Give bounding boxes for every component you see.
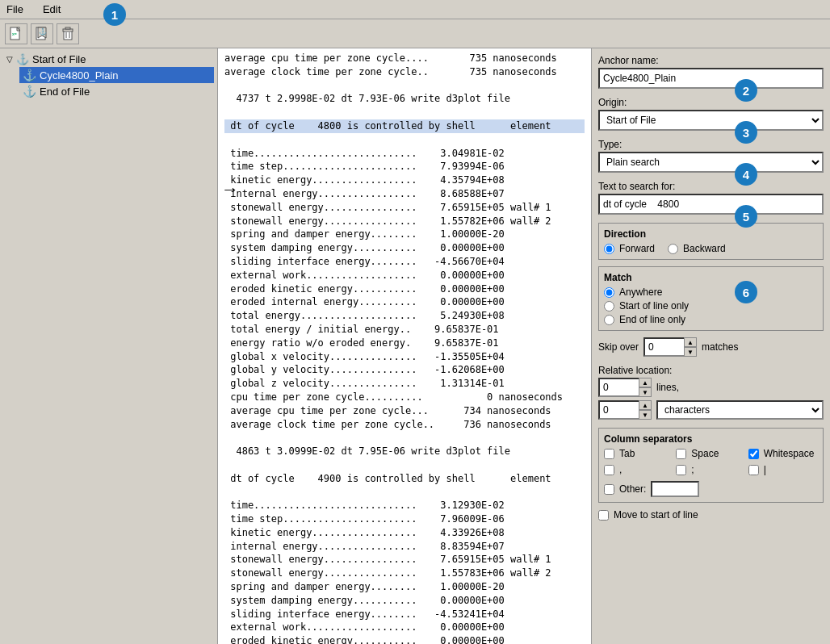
search-text-input[interactable] xyxy=(598,194,824,215)
skip-over-label: Skip over xyxy=(598,341,639,353)
col-pipe-check[interactable] xyxy=(748,465,759,475)
bookmark-button[interactable]: ⚓ xyxy=(31,23,53,44)
origin-select[interactable]: Start of File End of File xyxy=(598,110,824,131)
match-anywhere-radio[interactable] xyxy=(604,287,614,298)
new-button[interactable]: x= xyxy=(5,23,27,44)
col-whitespace-check[interactable] xyxy=(748,449,759,459)
lines-down-btn[interactable]: ▼ xyxy=(639,387,652,397)
tree-item-end-label: End of File xyxy=(40,86,90,98)
lines-suffix: lines, xyxy=(656,382,679,393)
move-to-start-label[interactable]: Move to start of line xyxy=(598,509,824,521)
direction-forward-label[interactable]: Forward xyxy=(604,243,655,254)
lines-input[interactable] xyxy=(598,378,639,397)
right-panel: Anchor name: Origin: Start of File End o… xyxy=(592,48,830,644)
tree-root-label[interactable]: Start of File xyxy=(32,53,86,65)
skip-up-btn[interactable]: ▲ xyxy=(684,337,697,347)
tree-item-end-of-file[interactable]: ⚓ End of File xyxy=(19,83,214,99)
skip-over-suffix: matches xyxy=(702,341,738,353)
svg-rect-8 xyxy=(65,27,70,29)
svg-text:x=: x= xyxy=(12,31,17,36)
match-section: Match Anywhere Start of line only End of… xyxy=(598,266,824,331)
chars-up-btn[interactable]: ▲ xyxy=(639,400,652,410)
origin-group: Origin: Start of File End of File xyxy=(598,97,824,131)
tree-panel: ▽ ⚓ Start of File ⚓ Cycle4800_Plain ⚓ En… xyxy=(0,48,218,644)
skip-over-input[interactable] xyxy=(643,337,684,357)
match-label: Match xyxy=(604,272,818,283)
move-to-start-check[interactable] xyxy=(598,510,609,521)
direction-backward-label[interactable]: Backward xyxy=(668,243,726,254)
search-text-group: Text to search for: xyxy=(598,181,824,215)
type-group: Type: Plain search Regular expression He… xyxy=(598,139,824,173)
match-start-radio[interactable] xyxy=(604,301,614,312)
match-start-label[interactable]: Start of line only xyxy=(604,300,818,312)
badge-5: 5 xyxy=(735,205,757,228)
delete-button[interactable] xyxy=(57,23,79,44)
origin-label: Origin: xyxy=(598,97,824,108)
direction-section: Direction Forward Backward xyxy=(598,223,824,260)
col-other-input[interactable] xyxy=(651,481,699,497)
lines-up-btn[interactable]: ▲ xyxy=(639,378,652,387)
col-sep-label: Column separators xyxy=(604,433,818,445)
col-whitespace-label[interactable]: Whitespace xyxy=(748,448,818,459)
tree-root-anchor-icon: ⚓ xyxy=(16,53,29,65)
direction-backward-radio[interactable] xyxy=(668,244,678,254)
chars-down-btn[interactable]: ▼ xyxy=(639,410,652,420)
badge-2: 2 xyxy=(735,79,757,102)
match-end-radio[interactable] xyxy=(604,315,614,325)
col-other-label[interactable]: Other: xyxy=(604,483,646,495)
relative-location-label: Relative location: xyxy=(598,365,824,376)
toolbar: x= ⚓ xyxy=(0,19,830,48)
col-pipe-label[interactable]: | xyxy=(748,464,818,475)
anchor-name-group: Anchor name: xyxy=(598,55,824,89)
col-semicolon-label[interactable]: ; xyxy=(676,464,745,475)
match-anywhere-label[interactable]: Anywhere xyxy=(604,286,818,298)
badge-6: 6 xyxy=(735,281,757,303)
chars-unit-select[interactable]: characters bytes xyxy=(656,400,824,420)
col-tab-check[interactable] xyxy=(604,449,614,459)
col-sep-section: Column separators Tab Space Whitespace xyxy=(598,428,824,503)
chars-input[interactable] xyxy=(598,400,639,420)
svg-text:⚓: ⚓ xyxy=(39,27,47,36)
match-end-label[interactable]: End of line only xyxy=(604,314,818,325)
text-content: average cpu time per zone cycle.... 735 … xyxy=(218,48,591,644)
tree-item-cycle4800[interactable]: ⚓ Cycle4800_Plain xyxy=(19,67,214,83)
menu-file[interactable]: File xyxy=(3,2,27,16)
col-comma-check[interactable] xyxy=(604,465,614,475)
badge-3: 3 xyxy=(735,121,757,144)
direction-forward-radio[interactable] xyxy=(604,244,614,254)
badge-1: 1 xyxy=(103,3,126,26)
col-tab-label[interactable]: Tab xyxy=(604,448,673,459)
skip-over-row: Skip over ▲ ▼ matches xyxy=(598,337,824,357)
svg-rect-6 xyxy=(64,31,72,40)
badge-4: 4 xyxy=(735,163,757,186)
direction-label: Direction xyxy=(604,228,818,240)
col-space-label[interactable]: Space xyxy=(676,448,745,459)
col-other-check[interactable] xyxy=(604,484,614,495)
tree-collapse-arrow[interactable]: ▽ xyxy=(6,55,13,64)
tree-item-end-anchor-icon: ⚓ xyxy=(23,85,36,98)
skip-down-btn[interactable]: ▼ xyxy=(684,347,697,357)
col-semicolon-check[interactable] xyxy=(676,465,686,475)
text-panel[interactable]: average cpu time per zone cycle.... 735 … xyxy=(218,48,592,644)
anchor-name-label: Anchor name: xyxy=(598,55,824,66)
tree-item-anchor-icon: ⚓ xyxy=(23,69,36,82)
anchor-name-input[interactable] xyxy=(598,68,824,89)
tree-item-label: Cycle4800_Plain xyxy=(40,69,119,82)
menu-edit[interactable]: Edit xyxy=(40,2,64,16)
search-text-label: Text to search for: xyxy=(598,181,824,192)
col-space-check[interactable] xyxy=(676,449,686,459)
relative-location-group: Relative location: ▲ ▼ lines, xyxy=(598,365,824,420)
type-label: Type: xyxy=(598,139,824,150)
type-select[interactable]: Plain search Regular expression Hex stri… xyxy=(598,152,824,173)
col-comma-label[interactable]: , xyxy=(604,464,673,475)
